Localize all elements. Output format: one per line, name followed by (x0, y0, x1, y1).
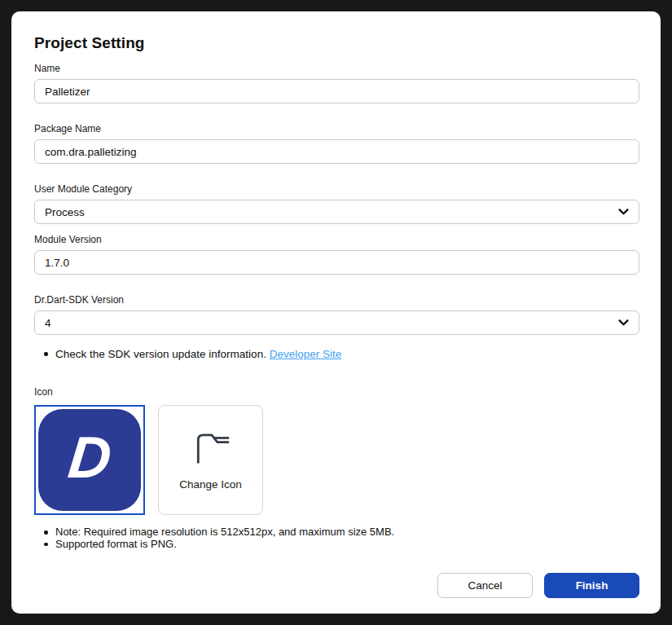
module-version-label: Module Version (34, 234, 639, 245)
change-icon-button[interactable]: Change Icon (158, 405, 263, 515)
category-selected-value: Process (45, 206, 85, 218)
cancel-button[interactable]: Cancel (437, 573, 533, 598)
sdk-note-item: Check the SDK version update information… (34, 348, 639, 360)
button-row: Cancel Finish (34, 573, 639, 598)
module-version-input[interactable] (34, 250, 639, 275)
sdk-version-selected-value: 4 (45, 317, 51, 329)
category-select[interactable]: Process (34, 200, 639, 224)
developer-site-link[interactable]: Developer Site (270, 348, 342, 360)
category-field-group: User Module Category Process (34, 183, 639, 224)
category-label: User Module Category (34, 183, 639, 195)
project-setting-dialog: Project Setting Name Package Name User M… (11, 11, 661, 614)
chevron-down-icon (618, 319, 629, 326)
sdk-version-field-group: Dr.Dart-SDK Version 4 (34, 294, 639, 335)
module-version-field-group: Module Version (34, 234, 639, 275)
sdk-version-label: Dr.Dart-SDK Version (34, 294, 639, 306)
name-field-group: Name (34, 63, 639, 103)
page-title: Project Setting (34, 34, 639, 52)
package-name-field-group: Package Name (34, 123, 639, 164)
notes-list: Note: Required image resolution is 512x5… (34, 526, 639, 550)
sdk-version-select[interactable]: 4 (34, 310, 639, 335)
name-input[interactable] (34, 79, 639, 103)
folder-icon (191, 429, 231, 465)
note-item: Supported format is PNG. (34, 539, 639, 551)
finish-button[interactable]: Finish (544, 573, 639, 598)
package-name-label: Package Name (34, 123, 639, 134)
app-icon: D (38, 409, 141, 511)
app-icon-letter: D (66, 428, 115, 486)
current-icon-tile[interactable]: D (34, 405, 145, 515)
icon-row: D Change Icon (34, 405, 639, 515)
package-name-input[interactable] (34, 139, 639, 164)
note-item: Note: Required image resolution is 512x5… (34, 526, 639, 539)
change-icon-label: Change Icon (179, 478, 242, 491)
name-label: Name (34, 63, 639, 74)
chevron-down-icon (618, 209, 629, 215)
sdk-note-text: Check the SDK version update information… (55, 348, 266, 360)
icon-section-label: Icon (34, 386, 639, 398)
sdk-note-list: Check the SDK version update information… (34, 348, 639, 360)
